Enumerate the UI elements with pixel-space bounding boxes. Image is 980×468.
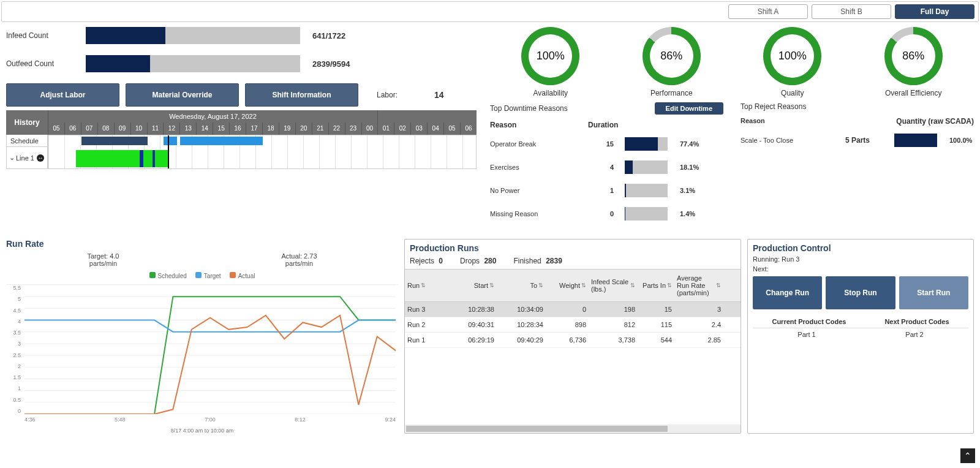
hdr-to[interactable]: To [497,270,546,301]
hour-tick: 21 [312,123,328,135]
run-rate-actual-unit: parts/min [281,260,317,267]
hdr-parts[interactable]: Parts [723,270,741,301]
adjust-labor-button[interactable]: Adjust Labor [6,83,119,107]
downtime-row[interactable]: Operator Break 15 77.4% [490,132,723,156]
infeed-label: Infeed Count [6,31,74,40]
control-running: Running: Run 3 [753,255,968,263]
hour-tick: 05 [443,123,460,135]
hour-tick: 03 [410,123,427,135]
hour-tick: 06 [64,123,81,135]
hdr-weight[interactable]: Weight [546,270,589,301]
downtime-row[interactable]: No Power 1 3.1% [490,179,723,202]
codes-hdr-current: Current Product Codes [772,318,846,325]
hour-tick: 04 [427,123,443,135]
downtime-hdr-reason: Reason [490,121,588,129]
donut-quality: 100% Quality [763,27,821,97]
rejects-value: 0 [439,257,443,265]
donut-availability: 100% Availability [521,27,579,97]
start-run-button[interactable]: Start Run [899,276,968,309]
control-title: Production Control [753,243,968,253]
drops-value: 280 [484,257,496,265]
edit-downtime-button[interactable]: Edit Downtime [655,102,723,115]
infeed-value: 641/1722 [312,31,345,40]
drops-label: Drops [460,257,480,265]
hour-tick: 12 [163,123,179,135]
history-date: Wednesday, August 17, 2022 [48,110,377,123]
hdr-scale[interactable]: Infeed Scale (lbs.) [589,270,638,301]
reject-title: Top Reject Reasons [741,102,806,111]
reject-hdr-reason: Reason [741,117,808,126]
control-next: Next: [753,265,968,273]
downtime-row[interactable]: Exercises 4 18.1% [490,156,723,179]
hour-tick: 20 [295,123,312,135]
stop-run-button[interactable]: Stop Run [826,276,895,309]
hour-tick: 02 [394,123,410,135]
production-control-panel: Production Control Running: Run 3 Next: … [747,239,974,434]
hour-tick: 16 [229,123,246,135]
schedule-label: Schedule [6,135,48,147]
hour-tick: 10 [130,123,147,135]
hdr-rate[interactable]: Average Run Rate (parts/min) [674,270,723,301]
run-rate-actual: Actual: 2.73 [281,252,317,260]
hour-tick: 01 [377,123,394,135]
counts-panel: Infeed Count 641/1722 Outfeed Count 2839… [6,27,478,72]
runs-table-header: Run Start To Weight Infeed Scale (lbs.) … [405,269,741,302]
runs-scrollbar[interactable] [405,425,741,433]
finished-value: 2839 [546,257,562,265]
line-toggle[interactable]: ⌄ Line 1 ↔ [6,147,48,169]
reject-hdr-qty: Quantity (raw SCADA) [876,117,974,126]
expand-icon: ↔ [37,154,44,162]
shift-information-button[interactable]: Shift Information [245,83,358,107]
run-rate-chart: 00.511.522.533.544.555.5 4:365:487:008:1… [6,284,398,425]
downtime-reasons: Top Downtime Reasons Edit Downtime Reaso… [490,102,723,225]
shift-b-button[interactable]: Shift B [812,4,891,19]
downtime-row[interactable]: Missing Reason 0 1.4% [490,202,723,225]
run-rate-legend: Scheduled Target Actual [6,272,398,279]
reject-reasons: Top Reject Reasons Reason Quantity (raw … [741,102,974,225]
hour-tick: 09 [114,123,130,135]
hour-tick: 17 [246,123,262,135]
run-rate-target-unit: parts/min [87,260,119,267]
hdr-start[interactable]: Start [448,270,497,301]
hour-tick: 00 [361,123,378,135]
run-row[interactable]: Run 1 06:29:19 09:40:29 6,736 3,738 544 … [405,333,741,348]
finished-label: Finished [513,257,541,265]
change-run-button[interactable]: Change Run [753,276,822,309]
downtime-title: Top Downtime Reasons [490,104,568,113]
hour-tick: 05 [48,123,64,135]
outfeed-bar [86,55,300,72]
hdr-run[interactable]: Run [405,270,448,301]
donut-performance: 86% Performance [643,27,701,97]
history-title: History [6,110,48,135]
hour-tick: 08 [97,123,114,135]
hour-tick: 06 [460,123,477,135]
hour-tick: 19 [279,123,295,135]
run-row[interactable]: Run 3 10:28:38 10:34:09 0 198 15 3 150 [405,302,741,317]
production-runs-panel: Production Runs Rejects 0 Drops 280 Fini… [404,239,741,434]
hour-tick: 14 [196,123,213,135]
hour-tick: 18 [262,123,279,135]
labor-label: Labor: [377,91,398,99]
shift-selector: Shift A Shift B Full Day [1,1,979,22]
infeed-bar [86,27,300,44]
chevron-down-icon: ⌄ [9,154,15,162]
hour-tick: 22 [328,123,345,135]
chart-subtitle: 8/17 4:00 am to 10:00 am [6,428,398,434]
reject-row[interactable]: Scale - Too Close 5 Parts 100.0% [741,129,974,152]
shift-a-button[interactable]: Shift A [728,4,808,19]
full-day-button[interactable]: Full Day [895,4,974,19]
codes-next: Part 2 [905,331,923,338]
run-row[interactable]: Run 2 09:40:31 10:28:34 898 812 115 2.4 … [405,317,741,333]
hour-tick: 15 [213,123,229,135]
downtime-hdr-duration: Duration [588,121,629,129]
hour-tick: 13 [179,123,196,135]
run-rate-panel: Run Rate Target: 4.0 parts/min Actual: 2… [6,239,398,434]
hdr-partsin[interactable]: Parts In [638,270,674,301]
donut-overall: 86% Overall Efficiency [884,27,943,97]
hour-tick: 23 [345,123,361,135]
hour-tick: 11 [147,123,164,135]
material-override-button[interactable]: Material Override [126,83,239,107]
line-label: Line 1 [16,154,34,162]
outfeed-value: 2839/9594 [312,59,350,69]
run-rate-target: Target: 4.0 [87,252,119,260]
